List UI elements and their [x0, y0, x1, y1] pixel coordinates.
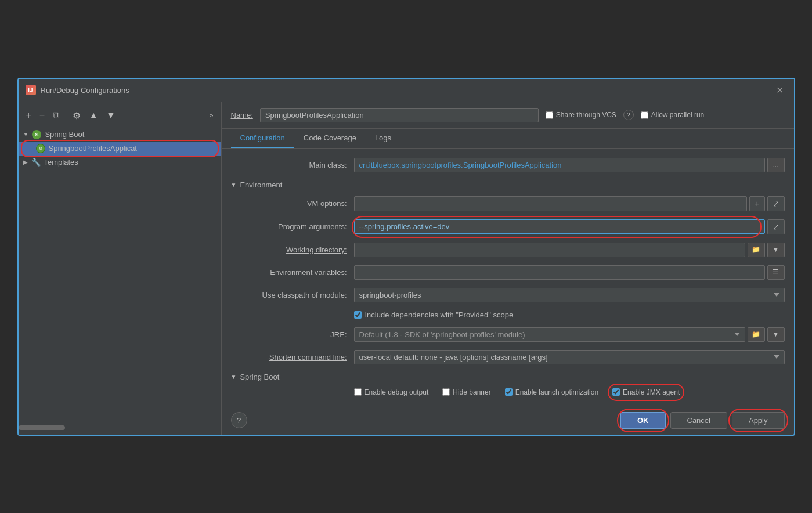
- name-field-label: Name:: [231, 111, 253, 120]
- program-args-row: Program arguments: ⤢: [231, 219, 785, 234]
- include-deps-checkbox[interactable]: [354, 311, 362, 319]
- springboot-app-icon: ⚙: [36, 144, 45, 153]
- ok-button[interactable]: OK: [620, 412, 666, 429]
- config-tabs: Configuration Code Coverage Logs: [222, 129, 794, 149]
- shorten-cmd-select[interactable]: user-local default: none - java [options…: [354, 350, 785, 364]
- templates-item[interactable]: ▶ 🔧 Templates: [19, 156, 221, 169]
- working-dir-row: Working directory: 📁 ▼: [231, 243, 785, 257]
- main-class-row: Main class: ...: [231, 158, 785, 172]
- config-toolbar: + − ⧉ ⚙ ▲ ▼ »: [19, 107, 221, 125]
- dialog-title-area: IJ Run/Debug Configurations: [26, 85, 129, 95]
- config-tree: ▼ S Spring Boot ⚙ SpringbootProfilesAppl…: [19, 128, 221, 169]
- spring-boot-section: ▼ Spring Boot Enable debug output Hide b…: [231, 373, 785, 396]
- shorten-cmd-label: Shorten command line:: [231, 353, 347, 362]
- environment-section-header: ▼ Environment: [231, 180, 785, 189]
- program-args-input[interactable]: [354, 219, 765, 234]
- working-dir-input[interactable]: [354, 243, 745, 257]
- vm-options-input[interactable]: [354, 196, 748, 211]
- enable-debug-label: Enable debug output: [354, 388, 429, 396]
- jre-label: JRE:: [231, 330, 347, 339]
- working-dir-browse-button[interactable]: 📁: [748, 243, 765, 257]
- main-class-label: Main class:: [231, 161, 347, 169]
- left-panel: + − ⧉ ⚙ ▲ ▼ » ▼ S Spring Boot: [19, 102, 222, 435]
- classpath-label: Use classpath of module:: [231, 291, 347, 299]
- springboot-app-item[interactable]: ⚙ SpringbootProfilesApplicat: [19, 142, 221, 156]
- jmx-wrapper: Enable JMX agent: [612, 388, 680, 396]
- classpath-select-group: springboot-profiles: [354, 288, 785, 302]
- dialog-title-text: Run/Debug Configurations: [41, 86, 129, 95]
- enable-jmx-checkbox[interactable]: [612, 388, 620, 396]
- templates-label: Templates: [44, 158, 78, 167]
- include-deps-label: Include dependencies with "Provided" sco…: [365, 310, 514, 319]
- apply-button[interactable]: Apply: [732, 412, 785, 429]
- parallel-run-label: Allow parallel run: [641, 111, 704, 119]
- templates-icon: 🔧: [31, 158, 41, 167]
- env-variables-input[interactable]: [354, 265, 765, 280]
- env-variables-edit-button[interactable]: ☰: [767, 265, 785, 280]
- main-class-browse-button[interactable]: ...: [767, 158, 785, 172]
- tab-configuration[interactable]: Configuration: [231, 129, 294, 148]
- close-button[interactable]: ✕: [773, 84, 787, 97]
- spring-boot-label: Spring Boot: [45, 130, 84, 139]
- ok-btn-wrapper: OK: [620, 412, 666, 429]
- main-class-input-group: ...: [354, 158, 785, 172]
- add-config-button[interactable]: +: [23, 109, 34, 122]
- share-vcs-label: Share through VCS: [546, 111, 616, 119]
- run-debug-dialog: IJ Run/Debug Configurations ✕ + − ⧉ ⚙ ▲ …: [17, 78, 795, 436]
- jre-browse-button[interactable]: 📁: [748, 327, 765, 342]
- jre-row: JRE: Default (1.8 - SDK of 'springboot-p…: [231, 327, 785, 342]
- copy-config-button[interactable]: ⧉: [50, 109, 62, 122]
- config-content: Main class: ... ▼ Environment VM options…: [222, 149, 794, 406]
- name-input[interactable]: [260, 108, 539, 122]
- parallel-run-checkbox[interactable]: [641, 111, 648, 119]
- apply-btn-wrapper: Apply: [732, 412, 785, 429]
- remove-config-button[interactable]: −: [37, 109, 48, 122]
- templates-chevron: ▶: [23, 159, 28, 165]
- env-variables-input-group: ☰: [354, 265, 785, 280]
- settings-button[interactable]: ⚙: [70, 109, 84, 122]
- tab-logs[interactable]: Logs: [366, 129, 400, 148]
- environment-chevron: ▼: [231, 182, 237, 188]
- classpath-row: Use classpath of module: springboot-prof…: [231, 288, 785, 302]
- springboot-app-label: SpringbootProfilesApplicat: [49, 144, 137, 153]
- move-down-button[interactable]: ▼: [103, 109, 118, 122]
- vm-expand-button[interactable]: +: [749, 196, 764, 211]
- jre-dropdown-button[interactable]: ▼: [767, 327, 785, 342]
- env-variables-label: Environment variables:: [231, 268, 347, 277]
- right-panel: Name: Share through VCS ? Allow parallel…: [222, 102, 794, 435]
- enable-debug-checkbox[interactable]: [354, 388, 362, 396]
- jre-select-group: Default (1.8 - SDK of 'springboot-profil…: [354, 327, 785, 342]
- left-scrollbar-thumb: [19, 425, 65, 430]
- include-deps-row: Include dependencies with "Provided" sco…: [354, 310, 785, 319]
- left-scrollbar[interactable]: [19, 425, 221, 430]
- footer-buttons: OK Cancel Apply: [620, 412, 785, 429]
- vm-options-label: VM options:: [231, 199, 347, 208]
- move-up-button[interactable]: ▲: [86, 109, 101, 122]
- toolbar-separator: [66, 111, 66, 120]
- tab-code-coverage[interactable]: Code Coverage: [294, 129, 366, 148]
- share-help-button[interactable]: ?: [623, 110, 634, 120]
- enable-launch-label: Enable launch optimization: [505, 388, 598, 396]
- spring-boot-parent-item[interactable]: ▼ S Spring Boot: [19, 128, 221, 142]
- more-button[interactable]: »: [207, 110, 216, 121]
- footer-help-button[interactable]: ?: [231, 412, 247, 428]
- program-args-label: Program arguments:: [231, 222, 347, 231]
- cancel-button[interactable]: Cancel: [670, 412, 727, 429]
- vm-fullscreen-button[interactable]: ⤢: [767, 196, 785, 211]
- working-dir-label: Working directory:: [231, 245, 347, 254]
- vm-options-row: VM options: + ⤢: [231, 196, 785, 211]
- share-vcs-checkbox[interactable]: [546, 111, 553, 119]
- program-args-fullscreen-button[interactable]: ⤢: [767, 219, 785, 234]
- working-dir-dropdown-button[interactable]: ▼: [767, 243, 785, 257]
- shorten-cmd-row: Shorten command line: user-local default…: [231, 350, 785, 364]
- environment-label: Environment: [240, 180, 282, 189]
- working-dir-input-group: 📁 ▼: [354, 243, 785, 257]
- tree-chevron-down: ▼: [23, 131, 29, 138]
- jre-select[interactable]: Default (1.8 - SDK of 'springboot-profil…: [354, 327, 745, 342]
- dialog-footer: ? OK Cancel Apply: [222, 406, 794, 435]
- enable-launch-checkbox[interactable]: [505, 388, 513, 396]
- hide-banner-checkbox[interactable]: [442, 388, 450, 396]
- main-class-input[interactable]: [354, 158, 765, 172]
- hide-banner-label: Hide banner: [442, 388, 490, 396]
- classpath-select[interactable]: springboot-profiles: [354, 288, 785, 302]
